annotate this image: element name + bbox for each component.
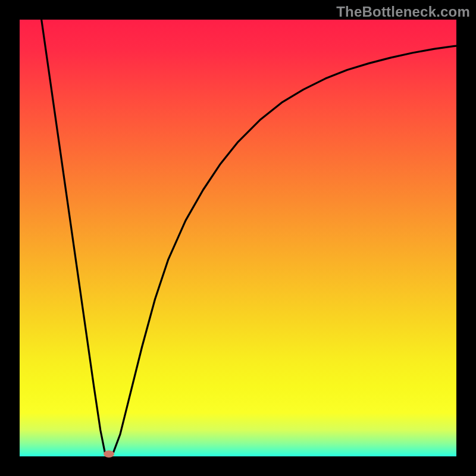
watermark-text: TheBottleneck.com (336, 4, 470, 20)
plot-area (20, 20, 456, 456)
chart-frame: TheBottleneck.com (0, 0, 476, 476)
curve-minimum-marker (104, 450, 114, 458)
bottleneck-curve (20, 20, 456, 456)
